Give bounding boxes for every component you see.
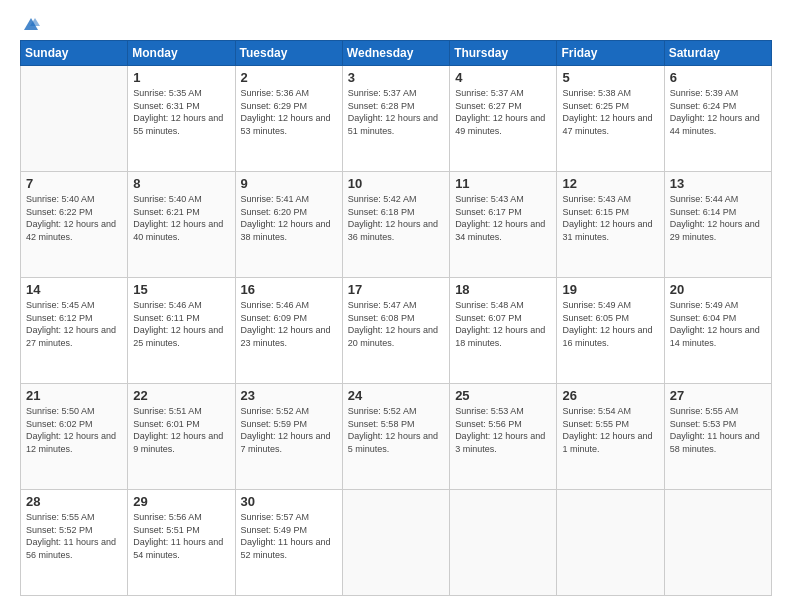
calendar-week-2: 7Sunrise: 5:40 AMSunset: 6:22 PMDaylight… <box>21 172 772 278</box>
calendar-cell: 9Sunrise: 5:41 AMSunset: 6:20 PMDaylight… <box>235 172 342 278</box>
calendar-cell: 25Sunrise: 5:53 AMSunset: 5:56 PMDayligh… <box>450 384 557 490</box>
day-info: Sunrise: 5:49 AMSunset: 6:05 PMDaylight:… <box>562 299 658 349</box>
day-number: 20 <box>670 282 766 297</box>
day-number: 10 <box>348 176 444 191</box>
day-number: 17 <box>348 282 444 297</box>
day-number: 27 <box>670 388 766 403</box>
calendar-cell: 3Sunrise: 5:37 AMSunset: 6:28 PMDaylight… <box>342 66 449 172</box>
day-info: Sunrise: 5:47 AMSunset: 6:08 PMDaylight:… <box>348 299 444 349</box>
day-number: 26 <box>562 388 658 403</box>
calendar-week-4: 21Sunrise: 5:50 AMSunset: 6:02 PMDayligh… <box>21 384 772 490</box>
day-info: Sunrise: 5:52 AMSunset: 5:58 PMDaylight:… <box>348 405 444 455</box>
calendar-cell <box>450 490 557 596</box>
calendar-cell: 28Sunrise: 5:55 AMSunset: 5:52 PMDayligh… <box>21 490 128 596</box>
day-info: Sunrise: 5:48 AMSunset: 6:07 PMDaylight:… <box>455 299 551 349</box>
day-info: Sunrise: 5:54 AMSunset: 5:55 PMDaylight:… <box>562 405 658 455</box>
day-number: 16 <box>241 282 337 297</box>
calendar-cell: 14Sunrise: 5:45 AMSunset: 6:12 PMDayligh… <box>21 278 128 384</box>
day-info: Sunrise: 5:37 AMSunset: 6:27 PMDaylight:… <box>455 87 551 137</box>
day-info: Sunrise: 5:44 AMSunset: 6:14 PMDaylight:… <box>670 193 766 243</box>
calendar-cell: 4Sunrise: 5:37 AMSunset: 6:27 PMDaylight… <box>450 66 557 172</box>
day-info: Sunrise: 5:37 AMSunset: 6:28 PMDaylight:… <box>348 87 444 137</box>
day-info: Sunrise: 5:36 AMSunset: 6:29 PMDaylight:… <box>241 87 337 137</box>
day-info: Sunrise: 5:41 AMSunset: 6:20 PMDaylight:… <box>241 193 337 243</box>
calendar-week-3: 14Sunrise: 5:45 AMSunset: 6:12 PMDayligh… <box>21 278 772 384</box>
day-number: 15 <box>133 282 229 297</box>
weekday-header-wednesday: Wednesday <box>342 41 449 66</box>
calendar-week-1: 1Sunrise: 5:35 AMSunset: 6:31 PMDaylight… <box>21 66 772 172</box>
logo <box>20 16 40 30</box>
weekday-header-row: SundayMondayTuesdayWednesdayThursdayFrid… <box>21 41 772 66</box>
day-info: Sunrise: 5:46 AMSunset: 6:09 PMDaylight:… <box>241 299 337 349</box>
day-number: 21 <box>26 388 122 403</box>
day-info: Sunrise: 5:43 AMSunset: 6:15 PMDaylight:… <box>562 193 658 243</box>
calendar-cell: 1Sunrise: 5:35 AMSunset: 6:31 PMDaylight… <box>128 66 235 172</box>
calendar-cell: 27Sunrise: 5:55 AMSunset: 5:53 PMDayligh… <box>664 384 771 490</box>
day-number: 13 <box>670 176 766 191</box>
calendar-cell: 13Sunrise: 5:44 AMSunset: 6:14 PMDayligh… <box>664 172 771 278</box>
day-number: 25 <box>455 388 551 403</box>
calendar-cell: 22Sunrise: 5:51 AMSunset: 6:01 PMDayligh… <box>128 384 235 490</box>
calendar-cell: 6Sunrise: 5:39 AMSunset: 6:24 PMDaylight… <box>664 66 771 172</box>
calendar-cell: 17Sunrise: 5:47 AMSunset: 6:08 PMDayligh… <box>342 278 449 384</box>
calendar-cell: 29Sunrise: 5:56 AMSunset: 5:51 PMDayligh… <box>128 490 235 596</box>
day-info: Sunrise: 5:52 AMSunset: 5:59 PMDaylight:… <box>241 405 337 455</box>
day-info: Sunrise: 5:38 AMSunset: 6:25 PMDaylight:… <box>562 87 658 137</box>
day-info: Sunrise: 5:55 AMSunset: 5:53 PMDaylight:… <box>670 405 766 455</box>
day-info: Sunrise: 5:35 AMSunset: 6:31 PMDaylight:… <box>133 87 229 137</box>
calendar-cell <box>21 66 128 172</box>
calendar-cell: 5Sunrise: 5:38 AMSunset: 6:25 PMDaylight… <box>557 66 664 172</box>
calendar-cell: 24Sunrise: 5:52 AMSunset: 5:58 PMDayligh… <box>342 384 449 490</box>
weekday-header-tuesday: Tuesday <box>235 41 342 66</box>
calendar-cell: 15Sunrise: 5:46 AMSunset: 6:11 PMDayligh… <box>128 278 235 384</box>
day-info: Sunrise: 5:46 AMSunset: 6:11 PMDaylight:… <box>133 299 229 349</box>
calendar-cell: 10Sunrise: 5:42 AMSunset: 6:18 PMDayligh… <box>342 172 449 278</box>
day-number: 7 <box>26 176 122 191</box>
day-info: Sunrise: 5:57 AMSunset: 5:49 PMDaylight:… <box>241 511 337 561</box>
day-info: Sunrise: 5:45 AMSunset: 6:12 PMDaylight:… <box>26 299 122 349</box>
day-number: 12 <box>562 176 658 191</box>
weekday-header-saturday: Saturday <box>664 41 771 66</box>
calendar-cell: 11Sunrise: 5:43 AMSunset: 6:17 PMDayligh… <box>450 172 557 278</box>
day-number: 4 <box>455 70 551 85</box>
day-number: 14 <box>26 282 122 297</box>
calendar-cell: 12Sunrise: 5:43 AMSunset: 6:15 PMDayligh… <box>557 172 664 278</box>
day-number: 1 <box>133 70 229 85</box>
calendar-week-5: 28Sunrise: 5:55 AMSunset: 5:52 PMDayligh… <box>21 490 772 596</box>
weekday-header-friday: Friday <box>557 41 664 66</box>
page: SundayMondayTuesdayWednesdayThursdayFrid… <box>0 0 792 612</box>
day-info: Sunrise: 5:42 AMSunset: 6:18 PMDaylight:… <box>348 193 444 243</box>
calendar-cell: 2Sunrise: 5:36 AMSunset: 6:29 PMDaylight… <box>235 66 342 172</box>
day-number: 6 <box>670 70 766 85</box>
day-number: 11 <box>455 176 551 191</box>
day-info: Sunrise: 5:40 AMSunset: 6:21 PMDaylight:… <box>133 193 229 243</box>
day-info: Sunrise: 5:39 AMSunset: 6:24 PMDaylight:… <box>670 87 766 137</box>
weekday-header-monday: Monday <box>128 41 235 66</box>
day-info: Sunrise: 5:40 AMSunset: 6:22 PMDaylight:… <box>26 193 122 243</box>
calendar-cell: 20Sunrise: 5:49 AMSunset: 6:04 PMDayligh… <box>664 278 771 384</box>
day-number: 28 <box>26 494 122 509</box>
day-number: 18 <box>455 282 551 297</box>
calendar-table: SundayMondayTuesdayWednesdayThursdayFrid… <box>20 40 772 596</box>
day-info: Sunrise: 5:43 AMSunset: 6:17 PMDaylight:… <box>455 193 551 243</box>
day-number: 5 <box>562 70 658 85</box>
day-number: 23 <box>241 388 337 403</box>
calendar-cell <box>342 490 449 596</box>
day-number: 30 <box>241 494 337 509</box>
calendar-cell: 7Sunrise: 5:40 AMSunset: 6:22 PMDaylight… <box>21 172 128 278</box>
calendar-cell: 23Sunrise: 5:52 AMSunset: 5:59 PMDayligh… <box>235 384 342 490</box>
day-number: 8 <box>133 176 229 191</box>
calendar-cell <box>557 490 664 596</box>
calendar-cell: 19Sunrise: 5:49 AMSunset: 6:05 PMDayligh… <box>557 278 664 384</box>
day-number: 29 <box>133 494 229 509</box>
calendar-cell: 16Sunrise: 5:46 AMSunset: 6:09 PMDayligh… <box>235 278 342 384</box>
calendar-cell: 30Sunrise: 5:57 AMSunset: 5:49 PMDayligh… <box>235 490 342 596</box>
day-info: Sunrise: 5:55 AMSunset: 5:52 PMDaylight:… <box>26 511 122 561</box>
calendar-cell: 26Sunrise: 5:54 AMSunset: 5:55 PMDayligh… <box>557 384 664 490</box>
day-number: 2 <box>241 70 337 85</box>
day-info: Sunrise: 5:51 AMSunset: 6:01 PMDaylight:… <box>133 405 229 455</box>
calendar-cell: 21Sunrise: 5:50 AMSunset: 6:02 PMDayligh… <box>21 384 128 490</box>
day-info: Sunrise: 5:49 AMSunset: 6:04 PMDaylight:… <box>670 299 766 349</box>
day-info: Sunrise: 5:53 AMSunset: 5:56 PMDaylight:… <box>455 405 551 455</box>
calendar-cell: 18Sunrise: 5:48 AMSunset: 6:07 PMDayligh… <box>450 278 557 384</box>
